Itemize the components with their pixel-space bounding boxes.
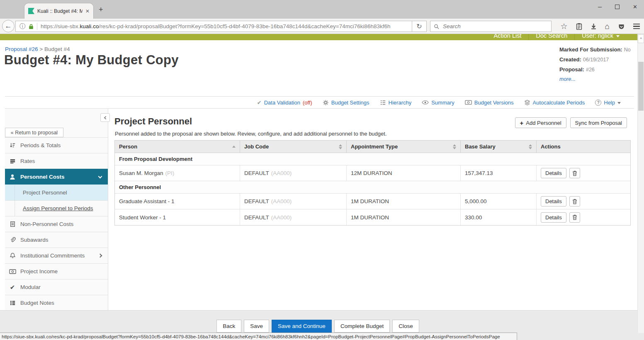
close-button[interactable]: ✕ [633, 4, 637, 10]
search-input[interactable] [442, 23, 548, 30]
reload-button[interactable]: ↻ [412, 21, 427, 32]
lock-icon [29, 24, 34, 29]
sidebar-item-non-personnel-costs[interactable]: Non-Personnel Costs [5, 216, 108, 232]
back-button[interactable]: ← [2, 20, 15, 32]
column-header-base-salary[interactable]: Base Salary [461, 141, 537, 153]
pocket-icon[interactable] [618, 23, 625, 30]
toolbar-item-data-validation[interactable]: ✔ Data Validation (off) [257, 100, 312, 106]
section-heading: Project Personnel [114, 116, 192, 127]
sort-asc-icon [232, 146, 236, 148]
toolbar-item-summary[interactable]: Summary [422, 100, 454, 106]
sidebar-item-rates[interactable]: Rates [5, 153, 108, 169]
table-row: Student Worker - 1 DEFAULT(AA000) 1M DUR… [115, 209, 630, 225]
budget-meta-panel: Marked For Submission:No Created:06/19/2… [559, 45, 641, 84]
bookmark-star-icon[interactable]: ☆ [560, 22, 567, 30]
home-icon[interactable]: ⌂ [605, 22, 610, 30]
browser-navbar: ← ⓘ https://siue-sbx.kuali.co/res/kc-pd-… [0, 19, 644, 34]
question-icon: ? [595, 100, 601, 106]
sidebar-item-project-income[interactable]: Project Income [5, 263, 108, 279]
chevron-right-icon [98, 254, 102, 258]
scrollbar-thumb[interactable] [638, 62, 644, 111]
meta-proposal: Proposal:#26 [559, 65, 641, 75]
sidebar-item-periods-totals[interactable]: Periods & Totals [5, 137, 108, 153]
toolbar-item-autocalculate-periods[interactable]: Autocalculate Periods [524, 100, 585, 106]
appbar-action-list[interactable]: Action List [487, 34, 529, 40]
url-bar[interactable]: ⓘ https://siue-sbx.kuali.co/res/kc-pd-kr… [15, 21, 412, 32]
maximize-button[interactable] [615, 5, 620, 9]
minimize-button[interactable]: ─ [598, 4, 602, 10]
browser-tab[interactable]: Kuali :: Budget #4: My Budg ✕ [24, 3, 94, 19]
delete-button[interactable] [569, 168, 580, 178]
section-description: Personnel added to the proposal are show… [115, 131, 387, 137]
vertical-scrollbar[interactable]: ^ [637, 34, 644, 333]
appbar-doc-search[interactable]: Doc Search [528, 34, 574, 40]
table-rows-icon [9, 158, 16, 164]
toolbar-item-budget-settings[interactable]: Budget Settings [323, 100, 369, 106]
budget-sidebar: « Return to proposal Periods & Totals [5, 109, 108, 310]
search-bar[interactable] [430, 21, 552, 32]
toolbar-item-budget-versions[interactable]: Budget Versions [465, 100, 514, 106]
list-icon [9, 300, 16, 306]
chevron-down-icon [616, 35, 620, 37]
sidebar-item-institutional-commitments[interactable]: Institutional Commitments [5, 248, 108, 263]
url-text[interactable]: https://siue-sbx.kuali.co/res/kc-pd-krad… [41, 23, 391, 29]
delete-button[interactable] [569, 196, 580, 206]
kuali-appbar: Action List Doc Search User: nglick [0, 34, 644, 40]
column-header-job-code[interactable]: Job Code [240, 141, 347, 153]
details-button[interactable]: Details [541, 196, 566, 206]
clipboard-icon[interactable] [576, 23, 582, 30]
toolbar-item-hierarchy[interactable]: Hierarchy [380, 100, 412, 106]
back-button[interactable]: Back [216, 320, 241, 333]
info-icon[interactable]: ⓘ [19, 23, 25, 30]
return-to-proposal-button[interactable]: « Return to proposal [5, 128, 63, 137]
banknote-icon [9, 269, 16, 274]
layers-icon [524, 100, 530, 106]
hierarchy-list-icon [380, 100, 386, 106]
appbar-user-menu[interactable]: User: nglick [574, 34, 627, 40]
complete-budget-button[interactable]: Complete Budget [334, 320, 390, 333]
delete-button[interactable] [569, 212, 580, 223]
add-personnel-button[interactable]: + Add Personnel [515, 117, 566, 128]
sort-icon [453, 144, 456, 149]
more-link[interactable]: more... [559, 75, 641, 84]
trash-icon [572, 170, 577, 176]
sync-from-proposal-button[interactable]: Sync from Proposal [570, 117, 627, 128]
sidebar-item-personnel-costs[interactable]: Personnel Costs [5, 169, 108, 185]
close-button[interactable]: Close [392, 320, 419, 333]
url-divider [37, 23, 37, 30]
tab-close-icon[interactable]: ✕ [85, 8, 90, 14]
sidebar-item-subawards[interactable]: Subawards [5, 232, 108, 248]
sort-icon [529, 144, 532, 149]
sidebar-item-modular[interactable]: ✔ Modular [5, 279, 108, 295]
breadcrumb-current: Budget #4 [44, 46, 70, 52]
search-icon [434, 24, 439, 29]
download-icon[interactable] [591, 23, 597, 29]
menu-icon[interactable] [633, 24, 640, 29]
banknote-icon [465, 100, 472, 105]
sidebar-item-project-personnel[interactable]: Project Personnel [5, 185, 108, 200]
group-row-other-personnel: Other Personnel [115, 181, 630, 194]
sort-icon [339, 144, 342, 149]
save-button[interactable]: Save [244, 320, 269, 333]
scroll-up-button[interactable]: ^ [638, 34, 644, 43]
save-and-continue-button[interactable]: Save and Continue [272, 320, 332, 333]
new-tab-button[interactable]: + [99, 5, 103, 14]
trash-icon [572, 199, 577, 204]
breadcrumb: Proposal #26 > Budget #4 [5, 46, 70, 52]
check-icon: ✔ [9, 284, 16, 291]
toolbar-item-help[interactable]: ? Help [595, 100, 621, 106]
breadcrumb-proposal-link[interactable]: Proposal #26 [5, 46, 38, 52]
sidebar-item-budget-notes[interactable]: Budget Notes [5, 295, 108, 311]
sidebar-item-assign-personnel-to-periods[interactable]: Assign Personnel to Periods [5, 200, 108, 216]
column-header-appointment-type[interactable]: Appointment Type [347, 141, 461, 153]
details-button[interactable]: Details [541, 168, 566, 178]
status-url: https://siue-sbx.kuali.co/res/kc-pd-krad… [2, 334, 500, 339]
browser-status-bar: https://siue-sbx.kuali.co/res/kc-pd-krad… [0, 333, 517, 340]
details-button[interactable]: Details [541, 212, 566, 223]
sidebar-collapse-button[interactable] [100, 113, 110, 122]
gear-icon [323, 100, 329, 106]
plus-icon: + [520, 119, 524, 126]
column-header-person[interactable]: Person [115, 141, 240, 153]
chevron-down-icon [617, 102, 621, 104]
project-personnel-panel: Project Personnel + Add Personnel Sync f… [114, 109, 631, 310]
